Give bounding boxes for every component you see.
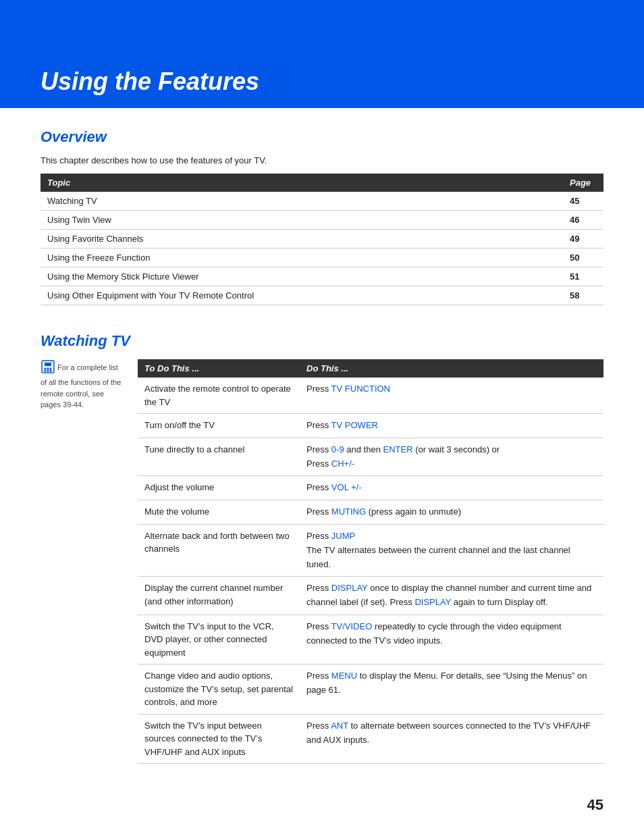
- watching-table-row: Display the current channel number (and …: [138, 577, 603, 615]
- overview-table-row: Using Favorite Channels 49: [41, 230, 603, 249]
- todo-cell: Activate the remote control to operate t…: [138, 377, 300, 414]
- col-todo: To Do This ...: [138, 359, 300, 377]
- watching-table-row: Turn on/off the TVPress TV POWER: [138, 414, 603, 438]
- topic-cell: Using Other Equipment with Your TV Remot…: [41, 286, 563, 305]
- overview-table-header: Topic Page: [41, 174, 603, 192]
- dothis-cell: Press TV/VIDEO repeatedly to cycle throu…: [300, 615, 603, 664]
- overview-table-row: Using Twin View 46: [41, 211, 603, 230]
- watching-table-row: Alternate back and forth between two cha…: [138, 524, 603, 576]
- header-banner: Using the Features: [0, 0, 644, 108]
- watching-table: To Do This ... Do This ... Activate the …: [138, 359, 603, 764]
- watching-table-row: Tune directly to a channelPress 0-9 and …: [138, 438, 603, 476]
- col-dothis: Do This ...: [300, 359, 603, 377]
- watching-table-row: Change video and audio options, customiz…: [138, 664, 603, 714]
- todo-cell: Display the current channel number (and …: [138, 577, 300, 615]
- highlight-muting: MUTING: [331, 506, 366, 517]
- overview-intro: This chapter describes how to use the fe…: [41, 155, 603, 165]
- page-content: Overview This chapter describes how to u…: [0, 108, 644, 804]
- svg-point-2: [45, 368, 47, 370]
- dothis-cell: Press JUMPThe TV alternates between the …: [300, 524, 603, 576]
- highlight-jump: JUMP: [331, 531, 355, 541]
- overview-heading: Overview: [41, 128, 603, 146]
- topic-cell: Watching TV: [41, 192, 563, 211]
- highlight-tv-power: TV POWER: [331, 420, 378, 430]
- remote-icon: [41, 359, 55, 374]
- todo-cell: Switch the TV’s input to the VCR, DVD pl…: [138, 615, 300, 664]
- page-cell: 49: [563, 230, 603, 249]
- dothis-cell: Press VOL +/-: [300, 476, 603, 500]
- watching-tv-content: For a complete list of all the functions…: [41, 359, 603, 764]
- dothis-cell: Press TV POWER: [300, 414, 603, 438]
- watching-tv-section: Watching TV For a c: [41, 332, 603, 764]
- watching-table-row: Mute the volumePress MUTING (press again…: [138, 500, 603, 525]
- dothis-cell: Press DISPLAY once to display the channe…: [300, 577, 603, 615]
- overview-table: Topic Page Watching TV 45 Using Twin Vie…: [41, 174, 603, 305]
- overview-section: Overview This chapter describes how to u…: [41, 128, 603, 305]
- page-cell: 51: [563, 267, 603, 286]
- todo-cell: Alternate back and forth between two cha…: [138, 524, 300, 576]
- overview-table-row: Using the Memory Stick Picture Viewer 51: [41, 267, 603, 286]
- todo-cell: Switch the TV’s input between sources co…: [138, 714, 300, 764]
- page-cell: 50: [563, 249, 603, 267]
- watching-table-header: To Do This ... Do This ...: [138, 359, 603, 377]
- overview-table-row: Using the Freeze Function 50: [41, 249, 603, 267]
- page-number: 45: [587, 796, 603, 814]
- topic-cell: Using the Freeze Function: [41, 249, 563, 267]
- page-cell: 58: [563, 286, 603, 305]
- dothis-cell: Press 0-9 and then ENTER (or wait 3 seco…: [300, 438, 603, 476]
- overview-table-row: Watching TV 45: [41, 192, 603, 211]
- highlight-tv-function: TV FUNCTION: [331, 384, 390, 394]
- page-cell: 46: [563, 211, 603, 230]
- todo-cell: Turn on/off the TV: [138, 414, 300, 438]
- overview-table-row: Using Other Equipment with Your TV Remot…: [41, 286, 603, 305]
- watching-table-row: Switch the TV’s input between sources co…: [138, 714, 603, 764]
- dothis-cell: Press MUTING (press again to unmute): [300, 500, 603, 525]
- todo-cell: Adjust the volume: [138, 476, 300, 500]
- highlight-ant: ANT: [331, 721, 348, 731]
- watching-table-row: Adjust the volumePress VOL +/-: [138, 476, 603, 500]
- svg-point-6: [47, 370, 49, 372]
- watching-table-row: Activate the remote control to operate t…: [138, 377, 603, 414]
- topic-cell: Using Favorite Channels: [41, 230, 563, 249]
- svg-point-7: [50, 370, 52, 372]
- highlight-ch: CH+/-: [331, 459, 354, 469]
- dothis-cell: Press ANT to alternate between sources c…: [300, 714, 603, 764]
- col-topic: Topic: [41, 174, 563, 192]
- sidebar-note: For a complete list of all the functions…: [41, 359, 122, 764]
- topic-cell: Using the Memory Stick Picture Viewer: [41, 267, 563, 286]
- col-page: Page: [563, 174, 603, 192]
- watching-tv-heading: Watching TV: [41, 332, 603, 350]
- highlight-display1: DISPLAY: [331, 583, 368, 593]
- todo-cell: Mute the volume: [138, 500, 300, 525]
- todo-cell: Change video and audio options, customiz…: [138, 664, 300, 714]
- dothis-cell: Press MENU to display the Menu. For deta…: [300, 664, 603, 714]
- svg-point-4: [50, 368, 52, 370]
- page-cell: 45: [563, 192, 603, 211]
- highlight-vol: VOL +/-: [331, 482, 362, 492]
- highlight-0-9: 0-9: [331, 444, 344, 454]
- svg-point-3: [47, 368, 49, 370]
- highlight-enter: ENTER: [383, 444, 412, 454]
- dothis-cell: Press TV FUNCTION: [300, 377, 603, 414]
- svg-point-5: [45, 370, 47, 372]
- svg-rect-1: [45, 363, 51, 366]
- highlight-tv-video: TV/VIDEO: [331, 621, 373, 631]
- todo-cell: Tune directly to a channel: [138, 438, 300, 476]
- watching-table-row: Switch the TV’s input to the VCR, DVD pl…: [138, 615, 603, 664]
- highlight-menu: MENU: [331, 671, 357, 681]
- topic-cell: Using Twin View: [41, 211, 563, 230]
- page-title: Using the Features: [41, 68, 259, 96]
- highlight-display2: DISPLAY: [414, 597, 451, 607]
